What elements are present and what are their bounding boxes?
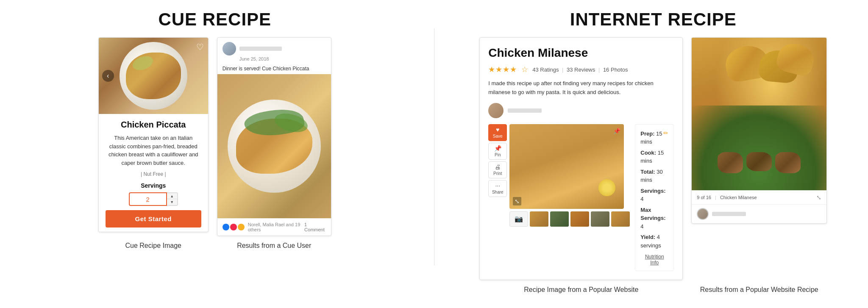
love-dot — [230, 224, 237, 230]
lemon-decoration — [598, 179, 615, 196]
recipe-detail-card: Chicken Milanese ★★★★ ☆ 43 Ratings | 33 … — [479, 37, 683, 280]
thumb-5[interactable] — [611, 211, 630, 227]
cue-cards-row: ‹ ♡ Chicken Piccata This American take o… — [98, 37, 331, 236]
prev-image-button[interactable]: ‹ — [102, 70, 114, 82]
recipe-description: This American take on an Italian classic… — [106, 134, 201, 167]
print-action-btn[interactable]: 🖨 Print — [488, 161, 507, 178]
haha-dot — [238, 224, 245, 230]
popular-food-visual — [692, 38, 826, 190]
print-btn-label: Print — [493, 171, 502, 176]
food-plate — [120, 42, 187, 110]
stepper-down-button[interactable]: ▼ — [167, 199, 177, 205]
food-piece-2 — [746, 152, 772, 171]
social-card-footer: Norell, Malia Rael and 19 others 1 Comme… — [217, 218, 331, 236]
cue-caption-2: Results from a Cue User — [233, 242, 315, 249]
servings-row: ▲ ▼ — [106, 192, 201, 206]
sections-row: CUE RECIPE ‹ ♡ Chicken Piccata This Amer… — [0, 0, 868, 294]
servings-label: Servings — [106, 182, 201, 189]
recipe-card-body: Chicken Piccata This American take on an… — [99, 114, 208, 232]
page-container: CUE RECIPE ‹ ♡ Chicken Piccata This Amer… — [0, 0, 868, 294]
reaction-dots — [223, 224, 245, 230]
servings-row-detail: Servings: 4 — [640, 187, 668, 203]
popular-username-bar — [712, 212, 746, 216]
internet-section: INTERNET RECIPE Chicken Milanese ★★★★ ☆ … — [447, 0, 860, 294]
image-pin-icon[interactable]: 📌 — [613, 128, 620, 134]
popular-card-footer: 9 of 16 | Chicken Milanese ⤡ — [692, 190, 826, 204]
share-icon: ··· — [495, 182, 500, 189]
thumb-3[interactable] — [570, 211, 589, 227]
internet-cards-row: Chicken Milanese ★★★★ ☆ 43 Ratings | 33 … — [479, 37, 827, 280]
author-avatar — [488, 103, 504, 118]
stepper-up-button[interactable]: ▲ — [167, 193, 177, 199]
thumb-1[interactable] — [530, 211, 548, 227]
social-username-bar — [239, 47, 282, 51]
popular-user-avatar — [697, 208, 709, 220]
edit-icon[interactable]: ✏ — [663, 130, 668, 136]
half-star: ☆ — [521, 65, 528, 74]
recipe-actions: ♥ Save 📌 Pin 🖨 Print — [488, 124, 507, 197]
yield-row: Yield: 4 servings — [640, 233, 668, 250]
internet-recipe-title: Chicken Milanese — [488, 46, 674, 60]
social-card-header: June 25, 2018 — [217, 38, 331, 64]
favorite-icon[interactable]: ♡ — [196, 42, 204, 52]
recipe-info-col: ✏ Prep: 15 mins Cook: 15 mins Total: — [635, 124, 674, 272]
popular-website-card: 9 of 16 | Chicken Milanese ⤡ — [691, 37, 827, 224]
recipe-main-image: ⤡ 📌 — [509, 124, 624, 209]
popular-user-row — [692, 204, 826, 223]
recipe-image-col: ⤡ 📌 📷 — [509, 124, 630, 227]
servings-input[interactable] — [129, 192, 167, 206]
thumb-4[interactable] — [591, 211, 609, 227]
max-servings-row: Max Servings: 4 — [640, 206, 668, 231]
print-icon: 🖨 — [495, 164, 501, 170]
cue-section: CUE RECIPE ‹ ♡ Chicken Piccata This Amer… — [8, 0, 421, 294]
pin-action-btn[interactable]: 📌 Pin — [488, 143, 507, 160]
pin-icon: 📌 — [494, 145, 501, 152]
social-plate — [228, 100, 321, 193]
thumb-2[interactable] — [550, 211, 569, 227]
cue-caption-1: Cue Recipe Image — [121, 242, 186, 249]
get-started-button[interactable]: Get Started — [106, 210, 201, 228]
expand-icon[interactable]: ⤡ — [513, 197, 521, 205]
servings-stepper: ▲ ▼ — [167, 192, 178, 206]
section-divider — [434, 28, 434, 266]
ratings-count: 43 Ratings | 33 Reviews | 16 Photos — [532, 67, 628, 73]
recipe-author-row — [488, 103, 674, 118]
social-caption: Dinner is served! Cue Chicken Piccata — [217, 64, 331, 74]
page-info: 9 of 16 | Chicken Milanese — [697, 195, 757, 200]
recipe-main-content: ♥ Save 📌 Pin 🖨 Print — [488, 124, 674, 272]
share-btn-label: Share — [492, 190, 504, 194]
author-name-bar — [508, 108, 542, 113]
cue-social-card: June 25, 2018 Dinner is served! Cue Chic… — [217, 37, 331, 236]
cue-recipe-card: ‹ ♡ Chicken Piccata This American take o… — [98, 37, 209, 232]
social-reaction-names: Norell, Malia Rael and 19 others — [248, 222, 304, 232]
food-pieces — [700, 152, 818, 173]
camera-thumb[interactable]: 📷 — [509, 211, 528, 227]
social-comment-count: 1 Comment — [304, 222, 326, 232]
rating-row: ★★★★ ☆ 43 Ratings | 33 Reviews | 16 Phot… — [488, 65, 674, 74]
popular-card-image — [692, 38, 826, 190]
heart-icon: ♥ — [496, 126, 499, 133]
cue-captions-row: Cue Recipe Image Results from a Cue User — [98, 242, 331, 250]
social-food — [236, 119, 312, 174]
internet-caption-1: Recipe Image from a Popular Website — [520, 286, 643, 293]
recipe-img-section: ♥ Save 📌 Pin 🖨 Print — [488, 124, 630, 272]
internet-captions-row: Recipe Image from a Popular Website Resu… — [479, 286, 827, 294]
social-user-row — [223, 42, 326, 55]
nutrition-info-button[interactable]: Nutrition Info — [640, 254, 668, 266]
social-reactions: Norell, Malia Rael and 19 others — [223, 222, 304, 232]
recipe-thumbnails: 📷 — [509, 211, 630, 227]
social-food-image — [217, 74, 331, 218]
green-plate — [692, 105, 826, 190]
save-action-btn[interactable]: ♥ Save — [488, 124, 507, 141]
food-piece-1 — [718, 152, 743, 173]
recipe-food-visual — [509, 124, 624, 209]
recipe-tag: | Nut Free | — [106, 171, 201, 177]
cue-section-title: CUE RECIPE — [158, 0, 271, 37]
expand-button[interactable]: ⤡ — [816, 194, 821, 201]
like-dot — [223, 224, 229, 230]
save-btn-label: Save — [493, 134, 503, 139]
social-avatar — [223, 42, 236, 55]
total-row: Total: 30 mins — [640, 168, 668, 184]
star-rating: ★★★★ — [488, 65, 517, 74]
share-action-btn[interactable]: ··· Share — [488, 180, 507, 197]
